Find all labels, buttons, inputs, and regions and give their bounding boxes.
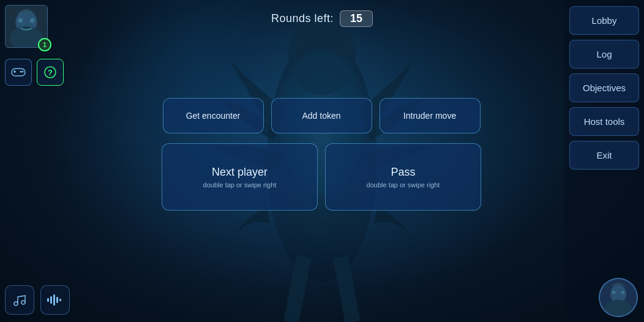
svg-point-6	[18, 18, 23, 23]
rounds-value: 15	[340, 10, 373, 27]
lobby-button[interactable]: Lobby	[569, 6, 639, 35]
top-action-buttons: Get encounter Add token Intruder move	[113, 98, 530, 133]
svg-rect-21	[59, 299, 61, 301]
intruder-move-button[interactable]: Intruder move	[380, 98, 481, 133]
help-button[interactable]: ?	[37, 59, 64, 86]
svg-point-26	[621, 291, 625, 294]
svg-point-7	[30, 18, 35, 23]
svg-rect-18	[50, 296, 52, 304]
next-player-button[interactable]: Next player double tap or swipe right	[162, 143, 318, 211]
svg-point-10	[22, 71, 24, 73]
svg-point-15	[14, 302, 18, 305]
objectives-button[interactable]: Objectives	[569, 73, 639, 102]
rounds-container: Rounds left: 15	[271, 10, 373, 27]
avatar-badge: 1	[38, 38, 51, 51]
pass-button[interactable]: Pass double tap or swipe right	[325, 143, 481, 211]
media-controls	[5, 285, 70, 315]
svg-rect-20	[56, 297, 58, 303]
top-left-panel: 1 ?	[5, 5, 64, 86]
log-button[interactable]: Log	[569, 40, 639, 69]
next-player-subtitle: double tap or swipe right	[203, 181, 277, 189]
right-sidebar: Lobby Log Objectives Host tools Exit	[564, 0, 644, 322]
pass-label: Pass	[391, 166, 415, 179]
actions-area: Get encounter Add token Intruder move Ne…	[113, 98, 530, 211]
bottom-right-avatar	[599, 278, 638, 317]
get-encounter-button[interactable]: Get encounter	[163, 98, 264, 133]
gamepad-button[interactable]	[5, 59, 32, 86]
bottom-action-buttons: Next player double tap or swipe right Pa…	[113, 143, 530, 211]
exit-button[interactable]: Exit	[569, 141, 639, 170]
pass-subtitle: double tap or swipe right	[367, 181, 440, 189]
sound-button[interactable]	[40, 285, 70, 315]
svg-text:?: ?	[48, 68, 53, 77]
svg-point-25	[612, 291, 616, 294]
rounds-label: Rounds left:	[271, 12, 334, 25]
svg-point-9	[20, 71, 22, 73]
add-token-button[interactable]: Add token	[271, 98, 372, 133]
svg-rect-19	[53, 294, 55, 305]
icon-buttons-row: ?	[5, 59, 64, 86]
music-button[interactable]	[5, 285, 34, 315]
host-tools-button[interactable]: Host tools	[569, 107, 639, 136]
avatar-container: 1	[5, 5, 48, 48]
header: Rounds left: 15	[0, 0, 644, 37]
svg-rect-17	[47, 298, 49, 302]
next-player-label: Next player	[212, 166, 268, 179]
svg-point-16	[21, 301, 25, 304]
